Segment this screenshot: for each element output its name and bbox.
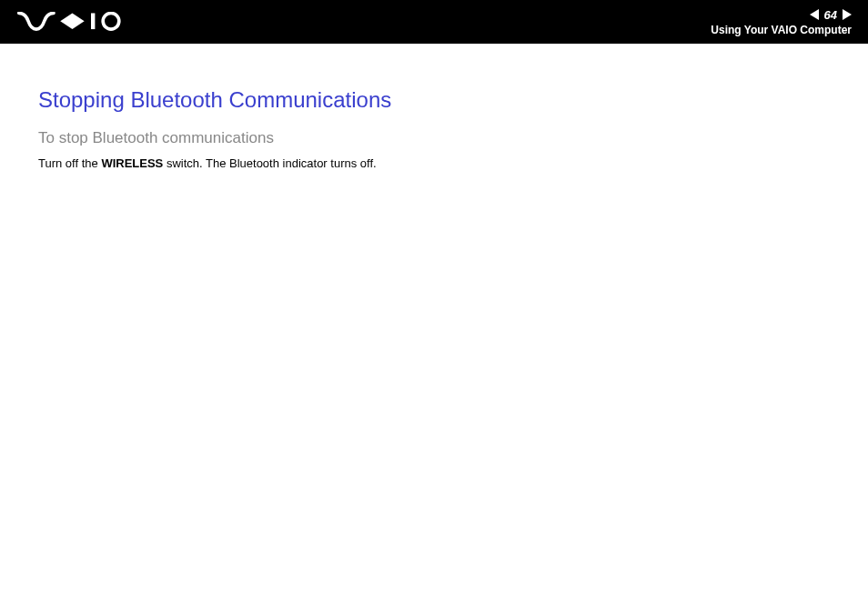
page-title: Stopping Bluetooth Communications: [38, 87, 832, 113]
svg-rect-0: [91, 13, 95, 29]
section-name: Using Your VAIO Computer: [711, 24, 852, 36]
header-right: 64 Using Your VAIO Computer: [711, 8, 852, 36]
page-subtitle: To stop Bluetooth communications: [38, 129, 832, 147]
svg-point-1: [103, 13, 119, 29]
page-number: 64: [824, 8, 837, 22]
body-pre: Turn off the: [38, 156, 101, 170]
vaio-logo: [16, 0, 126, 44]
page-nav: 64: [810, 8, 852, 22]
body-text: Turn off the WIRELESS switch. The Blueto…: [38, 155, 832, 173]
page-content: Stopping Bluetooth Communications To sto…: [0, 44, 868, 173]
body-post: switch. The Bluetooth indicator turns of…: [163, 156, 376, 170]
page-header: 64 Using Your VAIO Computer: [0, 0, 868, 44]
next-page-arrow-icon[interactable]: [843, 9, 852, 20]
body-bold: WIRELESS: [101, 156, 163, 170]
prev-page-arrow-icon[interactable]: [810, 9, 819, 20]
